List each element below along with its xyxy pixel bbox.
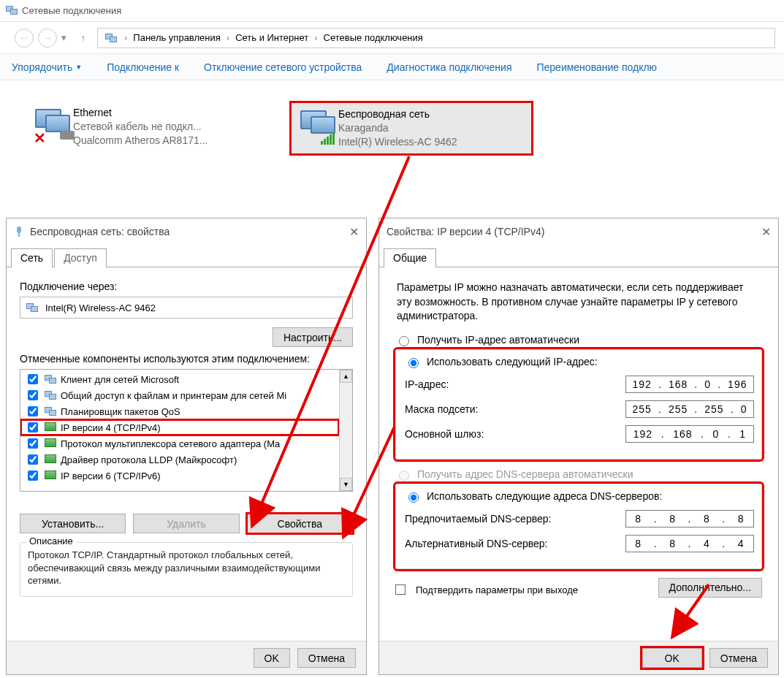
adapter-properties-dialog: Беспроводная сеть: свойства ✕ Сеть Досту… xyxy=(6,218,367,675)
dns-group: Использовать следующие адреса DNS-сервер… xyxy=(395,484,762,569)
disable-device-button[interactable]: Отключение сетевого устройства xyxy=(204,61,362,73)
ip-octet[interactable]: 8 xyxy=(635,538,642,549)
component-checkbox[interactable] xyxy=(28,471,38,481)
breadcrumb-seg-1[interactable]: Панель управления xyxy=(129,28,224,47)
advanced-button[interactable]: Дополнительно... xyxy=(658,578,762,598)
component-checkbox[interactable] xyxy=(28,406,38,416)
adapter-field: Intel(R) Wireless-AC 9462 xyxy=(20,297,353,319)
component-item[interactable]: IP версии 4 (TCP/IPv4) xyxy=(20,419,339,435)
ok-button[interactable]: OK xyxy=(642,648,702,668)
radio-manual-ip[interactable]: Использовать следующий IP-адрес: xyxy=(405,356,754,368)
ip-octet[interactable]: 168 xyxy=(669,378,688,390)
ip-octet[interactable]: 255 xyxy=(669,403,688,415)
ip-octet[interactable]: 8 xyxy=(704,513,710,525)
connect-to-button[interactable]: Подключение к xyxy=(107,61,179,73)
ok-button[interactable]: OK xyxy=(254,648,290,668)
component-item[interactable]: Планировщик пакетов QoS xyxy=(20,403,339,419)
radio-auto-dns: Получить адрес DNS-сервера автоматически xyxy=(395,468,762,481)
component-icon xyxy=(45,454,56,465)
connection-wifi[interactable]: Беспроводная сеть Karaganda Intel(R) Wir… xyxy=(289,101,533,156)
component-item[interactable]: Клиент для сетей Microsoft xyxy=(20,371,339,387)
rename-button[interactable]: Переименование подклю xyxy=(536,61,657,73)
component-checkbox[interactable] xyxy=(28,454,38,465)
diagnose-button[interactable]: Диагностика подключения xyxy=(387,61,511,73)
ip-octet[interactable]: 8 xyxy=(669,538,676,549)
dns2-input[interactable]: 8.8.4.4 xyxy=(625,535,754,552)
ethernet-icon: ✕ xyxy=(32,106,73,144)
component-item[interactable]: Драйвер протокола LLDP (Майкрософт) xyxy=(20,452,339,468)
ip-octet[interactable]: 4 xyxy=(738,538,745,549)
dns1-input[interactable]: 8.8.8.8 xyxy=(625,510,754,527)
intro-text: Параметры IP можно назначать автоматичес… xyxy=(397,281,761,324)
ip-octet[interactable]: 0 xyxy=(704,378,711,390)
component-checkbox[interactable] xyxy=(28,390,38,400)
ip-octet[interactable]: 4 xyxy=(704,538,710,549)
breadcrumb-seg-3[interactable]: Сетевые подключения xyxy=(319,28,427,47)
breadcrumb[interactable]: › Панель управления › Сеть и Интернет › … xyxy=(97,28,775,48)
dialog-titlebar: Беспроводная сеть: свойства ✕ xyxy=(7,218,366,245)
adapter-card-icon xyxy=(26,302,39,313)
ip-octet[interactable]: 168 xyxy=(673,428,692,440)
tab-network[interactable]: Сеть xyxy=(11,248,53,267)
ip-octet[interactable]: 192 xyxy=(633,428,652,440)
component-checkbox[interactable] xyxy=(28,374,38,384)
ip-octet[interactable]: 8 xyxy=(635,513,642,525)
component-item[interactable]: IP версии 6 (TCP/IPv6) xyxy=(20,468,339,484)
checkbox-icon[interactable] xyxy=(395,584,406,595)
install-button[interactable]: Установить... xyxy=(20,514,126,533)
scrollbar[interactable]: ▲ ▼ xyxy=(339,370,352,491)
component-item[interactable]: Протокол мультиплексора сетевого адаптер… xyxy=(20,435,339,452)
gw-input[interactable]: 192.168.0.1 xyxy=(625,425,754,443)
network-icon xyxy=(6,5,18,17)
cancel-button[interactable]: Отмена xyxy=(709,648,768,668)
ip-octet[interactable]: 8 xyxy=(669,513,676,525)
nav-history-dropdown[interactable]: ▾ xyxy=(61,32,66,43)
connection-status: Karaganda xyxy=(338,121,457,135)
gw-label: Основной шлюз: xyxy=(405,428,484,440)
nav-forward-button[interactable]: → xyxy=(38,28,57,47)
tab-general[interactable]: Общие xyxy=(384,248,436,267)
radio-input[interactable] xyxy=(408,358,419,368)
dns2-label: Альтернативный DNS-сервер: xyxy=(405,538,547,549)
nav-up-button[interactable]: ↑ xyxy=(74,28,93,47)
close-icon[interactable]: ✕ xyxy=(761,225,771,239)
radio-manual-dns[interactable]: Использовать следующие адреса DNS-сервер… xyxy=(405,490,754,503)
connection-status: Сетевой кабель не подкл... xyxy=(73,120,208,134)
organize-button[interactable]: Упорядочить▼ xyxy=(12,61,82,73)
ip-octet[interactable]: 255 xyxy=(633,403,652,415)
confirm-exit-checkbox[interactable]: Подтвердить параметры при выходе xyxy=(395,584,578,595)
connection-ethernet[interactable]: ✕ Ethernet Сетевой кабель не подкл... Qu… xyxy=(32,106,266,148)
ip-octet[interactable]: 0 xyxy=(741,403,747,415)
tab-access[interactable]: Доступ xyxy=(54,248,107,267)
component-label: Планировщик пакетов QoS xyxy=(61,406,180,417)
configure-button[interactable]: Настроить... xyxy=(273,327,353,347)
component-checkbox[interactable] xyxy=(28,422,38,433)
connection-hw: Intel(R) Wireless-AC 9462 xyxy=(338,135,457,149)
command-bar: Упорядочить▼ Подключение к Отключение се… xyxy=(0,54,784,80)
scroll-up-icon[interactable]: ▲ xyxy=(340,370,352,383)
ip-octet[interactable]: 255 xyxy=(704,403,723,415)
adapter-icon xyxy=(14,226,24,237)
cancel-button[interactable]: Отмена xyxy=(297,648,356,668)
ip-octet[interactable]: 0 xyxy=(713,428,720,440)
component-item[interactable]: Общий доступ к файлам и принтерам для се… xyxy=(20,387,339,403)
tabs: Сеть Доступ xyxy=(7,248,366,267)
window-titlebar: Сетевые подключения xyxy=(0,0,784,22)
scroll-down-icon[interactable]: ▼ xyxy=(340,478,352,491)
close-icon[interactable]: ✕ xyxy=(349,225,359,239)
properties-button[interactable]: Свойства xyxy=(247,514,353,533)
ip-input[interactable]: 192.168.0.196 xyxy=(625,376,754,393)
components-list[interactable]: Клиент для сетей MicrosoftОбщий доступ к… xyxy=(20,369,353,492)
ip-octet[interactable]: 196 xyxy=(728,378,747,390)
ip-octet[interactable]: 8 xyxy=(738,513,745,525)
ip-octet[interactable]: 192 xyxy=(633,378,652,390)
ip-octet[interactable]: 1 xyxy=(739,428,746,440)
radio-input[interactable] xyxy=(399,336,409,346)
description-legend: Описание xyxy=(26,536,76,546)
component-checkbox[interactable] xyxy=(28,438,38,449)
radio-input[interactable] xyxy=(408,492,419,503)
radio-auto-ip[interactable]: Получить IP-адрес автоматически xyxy=(395,334,762,346)
mask-input[interactable]: 255.255.255.0 xyxy=(625,400,754,418)
breadcrumb-seg-2[interactable]: Сеть и Интернет xyxy=(231,28,313,47)
nav-back-button[interactable]: ← xyxy=(15,28,34,47)
